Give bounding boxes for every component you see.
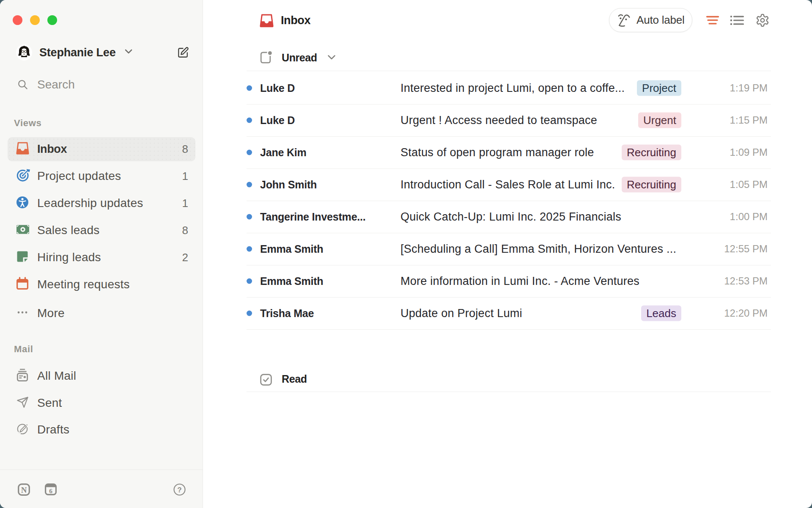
svg-text:6: 6	[49, 487, 52, 494]
svg-text:?: ?	[177, 486, 181, 494]
svg-text:N: N	[21, 486, 27, 494]
